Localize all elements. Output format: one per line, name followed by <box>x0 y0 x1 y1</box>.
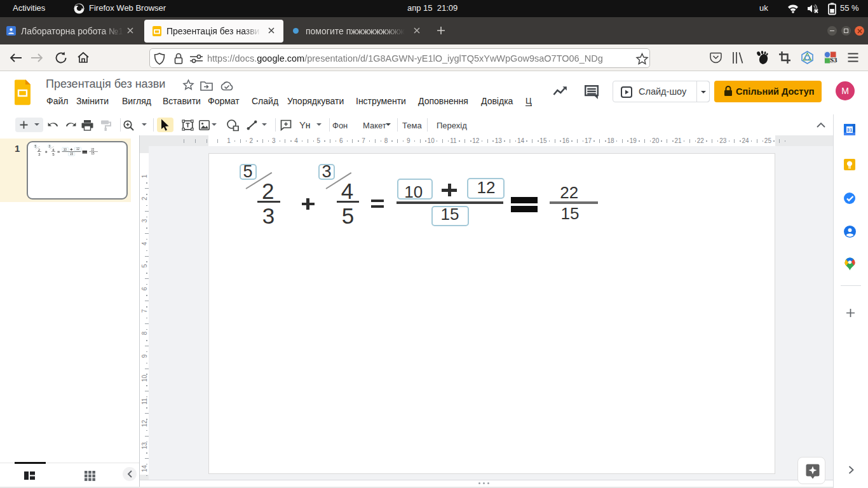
svg-text:S3: S3 <box>830 56 837 64</box>
svg-text:31: 31 <box>847 127 853 133</box>
